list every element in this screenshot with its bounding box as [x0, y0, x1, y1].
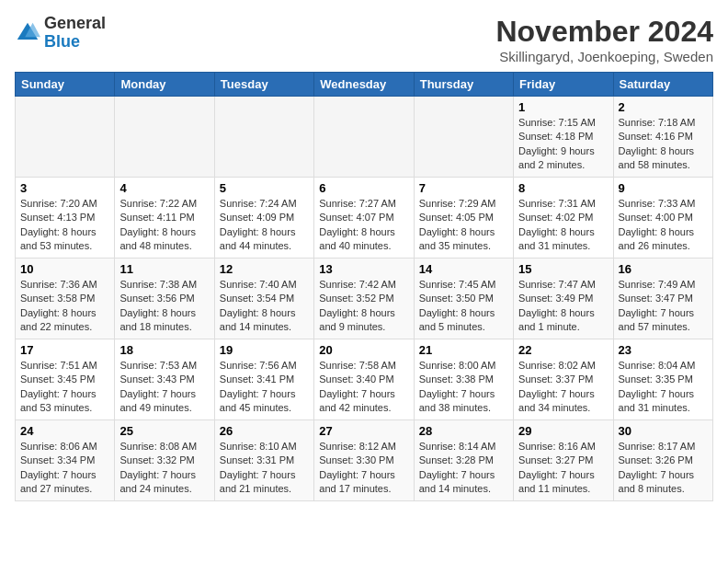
day-info: Sunrise: 8:17 AM Sunset: 3:26 PM Dayligh…	[619, 440, 708, 497]
day-number: 22	[518, 343, 608, 357]
day-number: 21	[419, 343, 508, 357]
calendar-day-cell: 14Sunrise: 7:45 AM Sunset: 3:50 PM Dayli…	[414, 259, 513, 339]
day-number: 9	[619, 181, 708, 195]
day-info: Sunrise: 7:51 AM Sunset: 3:45 PM Dayligh…	[20, 359, 109, 416]
day-number: 16	[619, 262, 708, 276]
day-info: Sunrise: 7:56 AM Sunset: 3:41 PM Dayligh…	[220, 359, 309, 416]
calendar-day-cell: 23Sunrise: 8:04 AM Sunset: 3:35 PM Dayli…	[613, 339, 712, 420]
day-info: Sunrise: 7:20 AM Sunset: 4:13 PM Dayligh…	[20, 197, 109, 254]
day-number: 20	[319, 343, 408, 357]
day-number: 8	[518, 181, 608, 195]
day-number: 18	[119, 343, 209, 357]
calendar-day-cell: 13Sunrise: 7:42 AM Sunset: 3:52 PM Dayli…	[314, 259, 414, 339]
calendar-day-cell: 17Sunrise: 7:51 AM Sunset: 3:45 PM Dayli…	[16, 339, 115, 420]
day-number: 11	[119, 262, 209, 276]
calendar-week-row: 10Sunrise: 7:36 AM Sunset: 3:58 PM Dayli…	[16, 259, 713, 339]
day-number: 15	[518, 262, 608, 276]
day-number: 27	[319, 424, 408, 438]
day-number: 1	[518, 100, 608, 114]
day-info: Sunrise: 7:47 AM Sunset: 3:49 PM Dayligh…	[518, 278, 608, 335]
day-number: 24	[20, 424, 109, 438]
day-number: 30	[619, 424, 708, 438]
day-info: Sunrise: 7:36 AM Sunset: 3:58 PM Dayligh…	[20, 278, 109, 335]
calendar-day-cell: 15Sunrise: 7:47 AM Sunset: 3:49 PM Dayli…	[514, 259, 613, 339]
day-info: Sunrise: 7:27 AM Sunset: 4:07 PM Dayligh…	[319, 197, 408, 254]
calendar-day-cell: 29Sunrise: 8:16 AM Sunset: 3:27 PM Dayli…	[514, 420, 613, 501]
title-area: November 2024 Skillingaryd, Joenkoeping,…	[495, 15, 713, 64]
day-info: Sunrise: 8:00 AM Sunset: 3:38 PM Dayligh…	[419, 359, 508, 416]
day-number: 26	[220, 424, 309, 438]
day-info: Sunrise: 7:40 AM Sunset: 3:54 PM Dayligh…	[220, 278, 309, 335]
calendar-week-row: 17Sunrise: 7:51 AM Sunset: 3:45 PM Dayli…	[16, 339, 713, 420]
calendar-day-cell: 26Sunrise: 8:10 AM Sunset: 3:31 PM Dayli…	[214, 420, 313, 501]
day-info: Sunrise: 7:45 AM Sunset: 3:50 PM Dayligh…	[419, 278, 508, 335]
calendar-day-cell: 4Sunrise: 7:22 AM Sunset: 4:11 PM Daylig…	[115, 178, 214, 259]
calendar-day-cell: 19Sunrise: 7:56 AM Sunset: 3:41 PM Dayli…	[214, 339, 313, 420]
header: General Blue November 2024 Skillingaryd,…	[15, 15, 713, 64]
calendar-day-cell: 21Sunrise: 8:00 AM Sunset: 3:38 PM Dayli…	[414, 339, 513, 420]
day-number: 3	[20, 181, 109, 195]
day-number: 4	[119, 181, 209, 195]
calendar-day-cell: 3Sunrise: 7:20 AM Sunset: 4:13 PM Daylig…	[16, 178, 115, 259]
day-info: Sunrise: 7:42 AM Sunset: 3:52 PM Dayligh…	[319, 278, 408, 335]
calendar-day-cell: 25Sunrise: 8:08 AM Sunset: 3:32 PM Dayli…	[115, 420, 214, 501]
calendar-day-cell: 18Sunrise: 7:53 AM Sunset: 3:43 PM Dayli…	[115, 339, 214, 420]
day-info: Sunrise: 7:18 AM Sunset: 4:16 PM Dayligh…	[619, 116, 708, 173]
day-info: Sunrise: 7:24 AM Sunset: 4:09 PM Dayligh…	[220, 197, 309, 254]
calendar-week-row: 24Sunrise: 8:06 AM Sunset: 3:34 PM Dayli…	[16, 420, 713, 501]
weekday-header-cell: Wednesday	[314, 73, 414, 97]
calendar-day-cell: 6Sunrise: 7:27 AM Sunset: 4:07 PM Daylig…	[314, 178, 414, 259]
day-info: Sunrise: 8:04 AM Sunset: 3:35 PM Dayligh…	[619, 359, 708, 416]
day-number: 29	[518, 424, 608, 438]
calendar-day-cell: 9Sunrise: 7:33 AM Sunset: 4:00 PM Daylig…	[613, 178, 712, 259]
calendar-week-row: 3Sunrise: 7:20 AM Sunset: 4:13 PM Daylig…	[16, 178, 713, 259]
calendar-day-cell: 20Sunrise: 7:58 AM Sunset: 3:40 PM Dayli…	[314, 339, 414, 420]
day-info: Sunrise: 7:53 AM Sunset: 3:43 PM Dayligh…	[119, 359, 209, 416]
day-number: 19	[220, 343, 309, 357]
calendar-day-cell	[16, 97, 115, 178]
day-info: Sunrise: 8:02 AM Sunset: 3:37 PM Dayligh…	[518, 359, 608, 416]
calendar-day-cell: 11Sunrise: 7:38 AM Sunset: 3:56 PM Dayli…	[115, 259, 214, 339]
logo: General Blue	[15, 15, 106, 52]
day-number: 2	[619, 100, 708, 114]
logo-icon	[15, 20, 40, 46]
calendar-day-cell: 28Sunrise: 8:14 AM Sunset: 3:28 PM Dayli…	[414, 420, 513, 501]
day-number: 5	[220, 181, 309, 195]
day-number: 23	[619, 343, 708, 357]
calendar-table: SundayMondayTuesdayWednesdayThursdayFrid…	[15, 72, 713, 501]
weekday-header-cell: Thursday	[414, 73, 513, 97]
day-info: Sunrise: 7:58 AM Sunset: 3:40 PM Dayligh…	[319, 359, 408, 416]
weekday-header-cell: Saturday	[613, 73, 712, 97]
calendar-day-cell: 1Sunrise: 7:15 AM Sunset: 4:18 PM Daylig…	[514, 97, 613, 178]
day-info: Sunrise: 7:33 AM Sunset: 4:00 PM Dayligh…	[619, 197, 708, 254]
logo-general: General	[44, 14, 106, 32]
calendar-day-cell	[214, 97, 313, 178]
day-info: Sunrise: 7:49 AM Sunset: 3:47 PM Dayligh…	[619, 278, 708, 335]
month-title: November 2024	[495, 15, 713, 49]
day-info: Sunrise: 8:16 AM Sunset: 3:27 PM Dayligh…	[518, 440, 608, 497]
day-info: Sunrise: 8:08 AM Sunset: 3:32 PM Dayligh…	[119, 440, 209, 497]
day-number: 17	[20, 343, 109, 357]
calendar-day-cell: 30Sunrise: 8:17 AM Sunset: 3:26 PM Dayli…	[613, 420, 712, 501]
day-number: 12	[220, 262, 309, 276]
weekday-header-cell: Friday	[514, 73, 613, 97]
calendar-day-cell	[115, 97, 214, 178]
day-info: Sunrise: 8:10 AM Sunset: 3:31 PM Dayligh…	[220, 440, 309, 497]
day-info: Sunrise: 8:14 AM Sunset: 3:28 PM Dayligh…	[419, 440, 508, 497]
day-info: Sunrise: 8:06 AM Sunset: 3:34 PM Dayligh…	[20, 440, 109, 497]
calendar-week-row: 1Sunrise: 7:15 AM Sunset: 4:18 PM Daylig…	[16, 97, 713, 178]
calendar-day-cell	[414, 97, 513, 178]
calendar-day-cell: 12Sunrise: 7:40 AM Sunset: 3:54 PM Dayli…	[214, 259, 313, 339]
calendar-day-cell: 2Sunrise: 7:18 AM Sunset: 4:16 PM Daylig…	[613, 97, 712, 178]
day-info: Sunrise: 7:29 AM Sunset: 4:05 PM Dayligh…	[419, 197, 508, 254]
calendar-day-cell: 24Sunrise: 8:06 AM Sunset: 3:34 PM Dayli…	[16, 420, 115, 501]
logo-blue: Blue	[44, 32, 80, 51]
calendar-day-cell: 10Sunrise: 7:36 AM Sunset: 3:58 PM Dayli…	[16, 259, 115, 339]
day-number: 25	[119, 424, 209, 438]
calendar-day-cell	[314, 97, 414, 178]
calendar-day-cell: 22Sunrise: 8:02 AM Sunset: 3:37 PM Dayli…	[514, 339, 613, 420]
weekday-header: SundayMondayTuesdayWednesdayThursdayFrid…	[16, 73, 713, 97]
calendar-day-cell: 16Sunrise: 7:49 AM Sunset: 3:47 PM Dayli…	[613, 259, 712, 339]
day-info: Sunrise: 8:12 AM Sunset: 3:30 PM Dayligh…	[319, 440, 408, 497]
weekday-header-cell: Tuesday	[214, 73, 313, 97]
